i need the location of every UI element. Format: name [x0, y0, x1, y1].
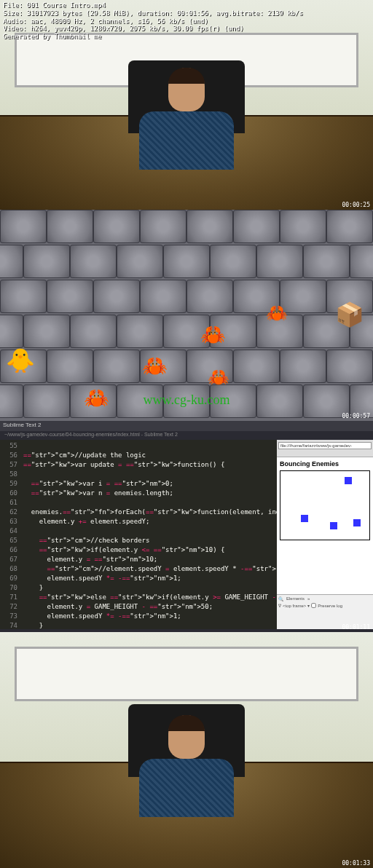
crab-sprite: 🦀 [208, 367, 229, 387]
meta-file: File: 001 Course Intro.mp4 [3, 1, 370, 9]
titlebar: ~/www/js-gamedev-course/04-bouncing-enem… [0, 431, 373, 440]
instructor [136, 715, 237, 817]
video-frame-4: 00:01:33 [0, 632, 373, 868]
bird-sprite: 🐥 [6, 347, 35, 374]
instructor [136, 68, 237, 170]
url-bar[interactable]: file:///home/fariazz/www/js-gamedev-cour… [278, 442, 372, 449]
preserve-log-checkbox[interactable] [311, 603, 316, 608]
line-gutter: 55 56 57 58 59 60 61 62 63 64 65 66 67 6… [0, 440, 20, 629]
crab-sprite: 🦀 [200, 323, 226, 347]
meta-size: Size: 31017923 bytes (29.58 MiB), durati… [3, 9, 370, 17]
video-frame-3: Sublime Text 2 ~/www/js-gamedev-course/0… [0, 421, 373, 632]
code-editor[interactable]: 55 56 57 58 59 60 61 62 63 64 65 66 67 6… [0, 440, 277, 629]
chevron-icon[interactable]: » [307, 596, 310, 601]
meta-video: Video: h264, yuv420p, 1280x720, 2075 kb/… [3, 25, 370, 33]
timestamp: 00:01:33 [342, 860, 370, 867]
meta-generated: Generated by Thumbnail me [3, 33, 370, 41]
enemy-square [353, 519, 361, 526]
brick-wall [0, 210, 373, 421]
crab-sprite: 🦀 [84, 386, 109, 410]
filter-icon[interactable]: ∇ [278, 603, 281, 608]
browser-chrome: file:///home/fariazz/www/js-gamedev-cour… [277, 440, 373, 457]
browser-window: file:///home/fariazz/www/js-gamedev-cour… [277, 440, 373, 629]
timestamp: 00:01:11 [342, 624, 370, 631]
meta-audio: Audio: aac, 48000 Hz, 2 channels, s16, 5… [3, 17, 370, 25]
code-content[interactable]: =="str">"cm">//update the logic =="str">… [20, 440, 277, 629]
file-metadata: File: 001 Course Intro.mp4 Size: 3101792… [0, 0, 373, 42]
video-frame-1: File: 001 Course Intro.mp4 Size: 3101792… [0, 0, 373, 210]
enemy-square [330, 522, 337, 529]
watermark: www.cg-ku.com [144, 392, 230, 408]
whiteboard [15, 647, 358, 701]
enemy-square [345, 477, 352, 484]
chest-sprite: 📦 [335, 301, 364, 328]
crab-sprite: 🦀 [142, 354, 168, 378]
devtools-tab[interactable]: Elements [286, 596, 305, 601]
game-canvas[interactable] [280, 470, 370, 540]
timestamp: 00:00:57 [342, 413, 370, 419]
search-icon[interactable]: 🔍 [278, 596, 283, 601]
preserve-log-label: Preserve log [318, 604, 342, 608]
menubar: Sublime Text 2 [0, 421, 373, 431]
page-title: Bouncing Enemies [280, 460, 370, 467]
crab-sprite: 🦀 [266, 303, 288, 323]
frame-select[interactable]: <top frame> [283, 604, 306, 608]
timestamp: 00:00:25 [342, 202, 370, 208]
enemy-square [301, 515, 308, 522]
video-frame-2: 🐥 🦀 🦀 🦀 🦀 🦀 📦 www.cg-ku.com 00:00:57 [0, 210, 373, 421]
